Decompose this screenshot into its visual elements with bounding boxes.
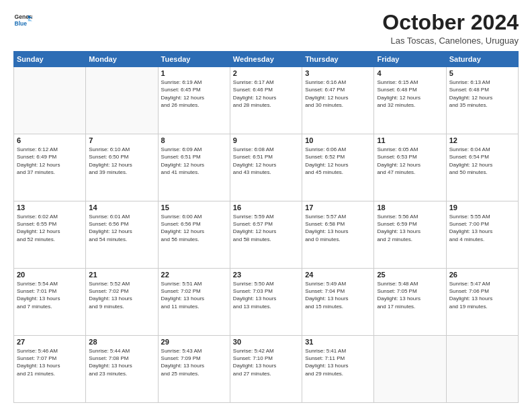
day-cell-24: 24Sunrise: 5:49 AM Sunset: 7:04 PM Dayli… <box>302 269 374 336</box>
month-title: October 2024 <box>382 11 519 34</box>
day-info: Sunrise: 6:13 AM Sunset: 6:48 PM Dayligh… <box>449 79 515 109</box>
day-cell-28: 28Sunrise: 5:44 AM Sunset: 7:08 PM Dayli… <box>86 336 158 403</box>
day-number: 14 <box>89 203 154 212</box>
day-number: 28 <box>89 338 154 346</box>
day-header-thursday: Thursday <box>302 52 374 67</box>
day-info: Sunrise: 5:52 AM Sunset: 7:02 PM Dayligh… <box>89 280 154 310</box>
day-cell-15: 15Sunrise: 6:00 AM Sunset: 6:56 PM Dayli… <box>158 201 230 269</box>
day-info: Sunrise: 6:00 AM Sunset: 6:56 PM Dayligh… <box>161 213 227 243</box>
day-info: Sunrise: 5:55 AM Sunset: 7:00 PM Dayligh… <box>449 213 515 243</box>
day-cell-13: 13Sunrise: 6:02 AM Sunset: 6:55 PM Dayli… <box>14 201 86 269</box>
day-info: Sunrise: 6:19 AM Sunset: 6:45 PM Dayligh… <box>161 79 227 109</box>
day-cell-12: 12Sunrise: 6:04 AM Sunset: 6:54 PM Dayli… <box>446 134 518 201</box>
day-header-wednesday: Wednesday <box>230 52 302 67</box>
svg-text:Blue: Blue <box>15 20 28 27</box>
day-number: 18 <box>377 203 443 212</box>
subtitle: Las Toscas, Canelones, Uruguay <box>382 36 519 46</box>
day-info: Sunrise: 5:44 AM Sunset: 7:08 PM Dayligh… <box>89 347 154 377</box>
day-number: 4 <box>377 69 443 77</box>
day-info: Sunrise: 6:06 AM Sunset: 6:52 PM Dayligh… <box>305 146 371 176</box>
day-info: Sunrise: 5:48 AM Sunset: 7:05 PM Dayligh… <box>377 280 443 310</box>
title-block: October 2024 Las Toscas, Canelones, Urug… <box>382 11 519 46</box>
day-cell-6: 6Sunrise: 6:12 AM Sunset: 6:49 PM Daylig… <box>14 134 86 201</box>
week-row-4: 20Sunrise: 5:54 AM Sunset: 7:01 PM Dayli… <box>14 269 519 336</box>
day-cell-1: 1Sunrise: 6:19 AM Sunset: 6:45 PM Daylig… <box>158 67 230 134</box>
day-number: 22 <box>161 271 227 279</box>
day-info: Sunrise: 6:09 AM Sunset: 6:51 PM Dayligh… <box>161 146 227 176</box>
header: General Blue October 2024 Las Toscas, Ca… <box>13 11 519 46</box>
day-number: 6 <box>17 136 83 144</box>
day-info: Sunrise: 5:47 AM Sunset: 7:06 PM Dayligh… <box>449 280 515 310</box>
day-number: 16 <box>233 203 299 212</box>
day-info: Sunrise: 5:50 AM Sunset: 7:03 PM Dayligh… <box>233 280 299 310</box>
day-info: Sunrise: 5:51 AM Sunset: 7:02 PM Dayligh… <box>161 280 227 310</box>
day-number: 15 <box>161 203 227 212</box>
day-cell-7: 7Sunrise: 6:10 AM Sunset: 6:50 PM Daylig… <box>86 134 158 201</box>
day-number: 31 <box>305 338 371 346</box>
empty-cell <box>374 336 446 403</box>
day-cell-14: 14Sunrise: 6:01 AM Sunset: 6:56 PM Dayli… <box>86 201 158 269</box>
day-info: Sunrise: 6:10 AM Sunset: 6:50 PM Dayligh… <box>89 146 154 176</box>
day-number: 21 <box>89 271 154 279</box>
day-number: 27 <box>17 338 83 346</box>
day-number: 7 <box>89 136 154 144</box>
day-number: 13 <box>17 203 83 212</box>
day-info: Sunrise: 6:08 AM Sunset: 6:51 PM Dayligh… <box>233 146 299 176</box>
day-cell-18: 18Sunrise: 5:56 AM Sunset: 6:59 PM Dayli… <box>374 201 446 269</box>
day-info: Sunrise: 5:41 AM Sunset: 7:11 PM Dayligh… <box>305 347 371 377</box>
day-cell-9: 9Sunrise: 6:08 AM Sunset: 6:51 PM Daylig… <box>230 134 302 201</box>
day-cell-31: 31Sunrise: 5:41 AM Sunset: 7:11 PM Dayli… <box>302 336 374 403</box>
day-number: 17 <box>305 203 371 212</box>
day-info: Sunrise: 5:54 AM Sunset: 7:01 PM Dayligh… <box>17 280 83 310</box>
day-number: 9 <box>233 136 299 144</box>
day-header-tuesday: Tuesday <box>158 52 230 67</box>
day-number: 10 <box>305 136 371 144</box>
day-cell-19: 19Sunrise: 5:55 AM Sunset: 7:00 PM Dayli… <box>446 201 518 269</box>
day-info: Sunrise: 5:56 AM Sunset: 6:59 PM Dayligh… <box>377 213 443 243</box>
day-info: Sunrise: 5:57 AM Sunset: 6:58 PM Dayligh… <box>305 213 371 243</box>
day-info: Sunrise: 6:12 AM Sunset: 6:49 PM Dayligh… <box>17 146 83 176</box>
logo: General Blue <box>13 11 32 30</box>
empty-cell <box>14 67 86 134</box>
day-number: 25 <box>377 271 443 279</box>
day-number: 20 <box>17 271 83 279</box>
day-cell-29: 29Sunrise: 5:43 AM Sunset: 7:09 PM Dayli… <box>158 336 230 403</box>
day-number: 19 <box>449 203 515 212</box>
day-info: Sunrise: 5:46 AM Sunset: 7:07 PM Dayligh… <box>17 347 83 377</box>
day-cell-8: 8Sunrise: 6:09 AM Sunset: 6:51 PM Daylig… <box>158 134 230 201</box>
day-cell-26: 26Sunrise: 5:47 AM Sunset: 7:06 PM Dayli… <box>446 269 518 336</box>
day-number: 24 <box>305 271 371 279</box>
day-header-saturday: Saturday <box>446 52 518 67</box>
day-cell-11: 11Sunrise: 6:05 AM Sunset: 6:53 PM Dayli… <box>374 134 446 201</box>
day-number: 12 <box>449 136 515 144</box>
day-header-friday: Friday <box>374 52 446 67</box>
day-info: Sunrise: 6:04 AM Sunset: 6:54 PM Dayligh… <box>449 146 515 176</box>
day-info: Sunrise: 6:02 AM Sunset: 6:55 PM Dayligh… <box>17 213 83 243</box>
day-header-monday: Monday <box>86 52 158 67</box>
week-row-3: 13Sunrise: 6:02 AM Sunset: 6:55 PM Dayli… <box>14 201 519 269</box>
day-info: Sunrise: 6:16 AM Sunset: 6:47 PM Dayligh… <box>305 79 371 109</box>
day-cell-25: 25Sunrise: 5:48 AM Sunset: 7:05 PM Dayli… <box>374 269 446 336</box>
day-cell-23: 23Sunrise: 5:50 AM Sunset: 7:03 PM Dayli… <box>230 269 302 336</box>
day-cell-21: 21Sunrise: 5:52 AM Sunset: 7:02 PM Dayli… <box>86 269 158 336</box>
day-number: 2 <box>233 69 299 77</box>
logo-icon: General Blue <box>13 11 32 30</box>
day-header-sunday: Sunday <box>14 52 86 67</box>
week-row-2: 6Sunrise: 6:12 AM Sunset: 6:49 PM Daylig… <box>14 134 519 201</box>
header-row: SundayMondayTuesdayWednesdayThursdayFrid… <box>14 52 519 67</box>
day-cell-22: 22Sunrise: 5:51 AM Sunset: 7:02 PM Dayli… <box>158 269 230 336</box>
calendar-table: SundayMondayTuesdayWednesdayThursdayFrid… <box>13 51 519 403</box>
day-number: 26 <box>449 271 515 279</box>
day-number: 1 <box>161 69 227 77</box>
day-info: Sunrise: 5:59 AM Sunset: 6:57 PM Dayligh… <box>233 213 299 243</box>
day-number: 8 <box>161 136 227 144</box>
day-cell-30: 30Sunrise: 5:42 AM Sunset: 7:10 PM Dayli… <box>230 336 302 403</box>
day-info: Sunrise: 5:49 AM Sunset: 7:04 PM Dayligh… <box>305 280 371 310</box>
day-cell-3: 3Sunrise: 6:16 AM Sunset: 6:47 PM Daylig… <box>302 67 374 134</box>
day-cell-16: 16Sunrise: 5:59 AM Sunset: 6:57 PM Dayli… <box>230 201 302 269</box>
day-cell-5: 5Sunrise: 6:13 AM Sunset: 6:48 PM Daylig… <box>446 67 518 134</box>
day-number: 3 <box>305 69 371 77</box>
day-info: Sunrise: 6:01 AM Sunset: 6:56 PM Dayligh… <box>89 213 154 243</box>
day-number: 29 <box>161 338 227 346</box>
day-info: Sunrise: 5:43 AM Sunset: 7:09 PM Dayligh… <box>161 347 227 377</box>
